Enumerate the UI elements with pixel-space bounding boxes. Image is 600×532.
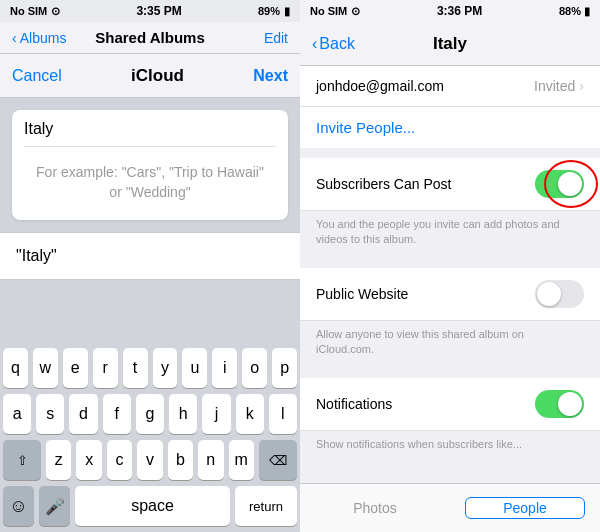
key-f[interactable]: f — [103, 394, 131, 434]
input-hint: For example: "Cars", "Trip to Hawaii" or… — [24, 155, 276, 210]
albums-nav: ‹ Albums Shared Albums Edit — [0, 22, 300, 54]
key-d[interactable]: d — [69, 394, 97, 434]
key-o[interactable]: o — [242, 348, 267, 388]
key-n[interactable]: n — [198, 440, 223, 480]
key-delete[interactable]: ⌫ — [259, 440, 297, 480]
back-label: Back — [319, 35, 355, 53]
invited-email: jonhdoe@gmail.com — [316, 78, 444, 94]
key-q[interactable]: q — [3, 348, 28, 388]
left-panel: No SIM ⊙ 3:35 PM 89% ▮ ‹ Albums Shared A… — [0, 0, 300, 532]
time-left: 3:35 PM — [136, 4, 181, 18]
wifi-icon-left: ⊙ — [51, 5, 60, 18]
cancel-button[interactable]: Cancel — [12, 67, 62, 85]
subscribers-section: Subscribers Can Post — [300, 158, 600, 211]
subscribers-description: You and the people you invite can add ph… — [300, 211, 600, 258]
key-u[interactable]: u — [182, 348, 207, 388]
key-v[interactable]: v — [137, 440, 162, 480]
back-button[interactable]: ‹ Back — [312, 35, 355, 53]
section-gap-3 — [300, 368, 600, 378]
page-title: Italy — [433, 34, 467, 54]
battery-left: 89% ▮ — [258, 5, 290, 18]
back-chevron-icon: ‹ — [312, 35, 317, 53]
key-p[interactable]: p — [272, 348, 297, 388]
notifications-description: Show notifications when subscribers like… — [300, 431, 600, 462]
subscribers-toggle-wrapper — [535, 170, 584, 198]
key-a[interactable]: a — [3, 394, 31, 434]
carrier-right: No SIM ⊙ — [310, 5, 360, 18]
key-c[interactable]: c — [107, 440, 132, 480]
subscribers-can-post-row: Subscribers Can Post — [300, 158, 600, 211]
albums-nav-title: Shared Albums — [95, 29, 204, 46]
key-w[interactable]: w — [33, 348, 58, 388]
icloud-nav-bar: Cancel iCloud Next — [0, 54, 300, 98]
public-website-toggle[interactable] — [535, 280, 584, 308]
key-r[interactable]: r — [93, 348, 118, 388]
notifications-row: Notifications — [300, 378, 600, 431]
key-space[interactable]: space — [75, 486, 230, 526]
subscribers-toggle[interactable] — [535, 170, 584, 198]
toggle-thumb — [558, 172, 582, 196]
invite-people-label: Invite People... — [316, 119, 415, 136]
public-website-description: Allow anyone to view this shared album o… — [300, 321, 600, 368]
key-e[interactable]: e — [63, 348, 88, 388]
no-sim-left: No SIM — [10, 5, 47, 17]
tab-people[interactable]: People — [450, 484, 600, 532]
section-gap-1 — [300, 148, 600, 158]
section-gap-2 — [300, 258, 600, 268]
albums-edit-button[interactable]: Edit — [264, 30, 288, 46]
invited-row[interactable]: jonhdoe@gmail.com Invited › — [300, 66, 600, 107]
status-bar-right: No SIM ⊙ 3:36 PM 88% ▮ — [300, 0, 600, 22]
tab-photos[interactable]: Photos — [300, 484, 450, 532]
notifications-toggle-thumb — [558, 392, 582, 416]
albums-back-button[interactable]: ‹ Albums — [12, 30, 66, 46]
invited-chevron-icon: › — [579, 78, 584, 94]
battery-icon-right: ▮ — [584, 5, 590, 18]
notifications-toggle[interactable] — [535, 390, 584, 418]
key-s[interactable]: s — [36, 394, 64, 434]
key-y[interactable]: y — [153, 348, 178, 388]
italy-nav-bar: ‹ Back Italy — [300, 22, 600, 66]
invite-people-row[interactable]: Invite People... — [300, 107, 600, 148]
key-j[interactable]: j — [202, 394, 230, 434]
key-mic[interactable]: 🎤 — [39, 486, 70, 526]
public-website-section: Public Website — [300, 268, 600, 321]
keyboard: q w e r t y u i o p a s d f g h j k l ⇧ … — [0, 344, 300, 532]
invited-section: jonhdoe@gmail.com Invited › Invite Peopl… — [300, 66, 600, 148]
invited-status: Invited — [534, 78, 575, 94]
notifications-label: Notifications — [316, 396, 392, 412]
carrier-left: No SIM ⊙ — [10, 5, 60, 18]
tab-people-active[interactable]: People — [465, 497, 585, 519]
icloud-title: iCloud — [131, 66, 184, 86]
keyboard-row-2: a s d f g h j k l — [0, 390, 300, 436]
keyboard-bottom-row: ☺ 🎤 space return — [0, 482, 300, 532]
key-t[interactable]: t — [123, 348, 148, 388]
key-b[interactable]: b — [168, 440, 193, 480]
toggle-thumb-off — [537, 282, 561, 306]
next-button[interactable]: Next — [253, 67, 288, 85]
key-g[interactable]: g — [136, 394, 164, 434]
key-z[interactable]: z — [46, 440, 71, 480]
public-website-label: Public Website — [316, 286, 408, 302]
status-bar-left: No SIM ⊙ 3:35 PM 89% ▮ — [0, 0, 300, 22]
wifi-icon-right: ⊙ — [351, 5, 360, 18]
key-i[interactable]: i — [212, 348, 237, 388]
battery-icon-left: ▮ — [284, 5, 290, 18]
key-m[interactable]: m — [229, 440, 254, 480]
album-name-card: For example: "Cars", "Trip to Hawaii" or… — [12, 110, 288, 220]
key-x[interactable]: x — [76, 440, 101, 480]
public-website-row: Public Website — [300, 268, 600, 321]
key-k[interactable]: k — [236, 394, 264, 434]
keyboard-row-3: ⇧ z x c v b n m ⌫ — [0, 436, 300, 482]
time-right: 3:36 PM — [437, 4, 482, 18]
settings-content: jonhdoe@gmail.com Invited › Invite Peopl… — [300, 66, 600, 483]
key-emoji[interactable]: ☺ — [3, 486, 34, 526]
key-shift[interactable]: ⇧ — [3, 440, 41, 480]
keyboard-row-1: q w e r t y u i o p — [0, 344, 300, 390]
key-h[interactable]: h — [169, 394, 197, 434]
key-return[interactable]: return — [235, 486, 297, 526]
right-panel: No SIM ⊙ 3:36 PM 88% ▮ ‹ Back Italy jonh… — [300, 0, 600, 532]
italy-suggestion[interactable]: "Italy" — [0, 232, 300, 280]
album-name-input[interactable] — [24, 120, 276, 138]
key-l[interactable]: l — [269, 394, 297, 434]
battery-right: 88% ▮ — [559, 5, 590, 18]
